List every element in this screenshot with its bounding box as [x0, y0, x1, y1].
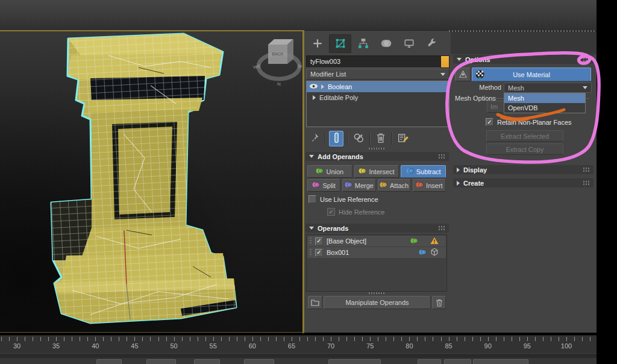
timeline-tick [354, 337, 355, 341]
timeline-tick [527, 337, 528, 341]
button-label: Manipulate Operands [345, 299, 409, 306]
viewport[interactable]: BACK W E N [0, 31, 304, 333]
split-operation-button[interactable]: Split [307, 179, 340, 192]
grip-icon [583, 167, 590, 172]
operand-op-icon[interactable] [410, 237, 418, 245]
remove-modifier-button[interactable] [374, 131, 388, 146]
timeline-frame-label: 60 [249, 342, 256, 350]
hide-reference-checkbox[interactable]: Hide Reference [327, 208, 384, 216]
plus-icon [312, 38, 323, 50]
drag-grip-icon[interactable] [310, 237, 312, 245]
make-unique-button[interactable] [351, 131, 366, 146]
timeline-ruler[interactable]: 3035404550556065707580859095100 [0, 335, 597, 354]
manipulate-operands-button[interactable]: Manipulate Operands [324, 296, 431, 309]
partial-button[interactable] [194, 359, 220, 364]
operand-op-icon[interactable] [419, 249, 427, 257]
rollout-drag-grip[interactable] [369, 292, 384, 294]
tab-modify[interactable] [329, 34, 351, 53]
partial-button[interactable] [418, 359, 441, 364]
tab-motion[interactable] [375, 34, 397, 53]
partial-button[interactable] [244, 359, 274, 364]
attach-operation-button[interactable]: Attach [378, 179, 411, 192]
load-operand-button[interactable] [308, 296, 322, 309]
tab-hierarchy[interactable] [352, 34, 374, 53]
material-mode-button[interactable] [455, 67, 471, 81]
timeline-tick [378, 337, 378, 341]
extract-copy-button[interactable]: Extract Copy [486, 143, 563, 155]
subtract-operation-button[interactable]: Subtract [401, 165, 446, 178]
rollout-title: Create [463, 180, 484, 187]
partial-button[interactable] [473, 359, 528, 364]
expand-arrow-icon[interactable] [313, 95, 316, 100]
method-dropdown[interactable]: Mesh [504, 83, 592, 93]
rollout-header-add-operands[interactable]: Add Operands [305, 152, 449, 161]
insert-operation-button[interactable]: Insert [413, 179, 446, 192]
union-operation-button[interactable]: Union [307, 165, 352, 178]
merge-op-icon [345, 181, 352, 189]
chevron-down-icon [440, 73, 445, 76]
timeline-tick [25, 337, 25, 341]
retain-non-planar-checkbox[interactable]: Retain Non-Planar Faces [486, 118, 572, 126]
rollout-header-create[interactable]: Create [453, 178, 594, 187]
object-color-swatch[interactable] [440, 55, 449, 68]
rollout-header-operands[interactable]: Operands [305, 224, 449, 233]
partial-button[interactable] [444, 359, 471, 364]
delete-operand-button[interactable] [432, 296, 446, 309]
timeline-tick [307, 337, 308, 341]
modifier-list-dropdown[interactable]: Modifier List [306, 69, 449, 80]
panel-right-column-top [451, 32, 597, 54]
timeline-frame-label: 40 [92, 342, 99, 350]
operand-row[interactable]: [Base Object] [307, 236, 446, 246]
screen-right-black-strip [597, 0, 617, 364]
dropdown-option-openvdb[interactable]: OpenVDB [504, 103, 585, 113]
rollout-expanded-icon [457, 58, 462, 61]
expand-arrow-icon[interactable] [321, 84, 324, 89]
rollout-expanded-icon [309, 227, 314, 230]
button-label: Split [322, 182, 335, 189]
utilities-icon [427, 38, 437, 50]
use-material-button[interactable]: Use Material [472, 67, 591, 81]
partial-button[interactable] [328, 359, 381, 364]
rollout-header-display[interactable]: Display [453, 165, 594, 174]
button-label: Im [490, 103, 498, 110]
drag-grip-icon[interactable] [310, 249, 312, 256]
pin-stack-button[interactable] [307, 131, 321, 146]
show-end-result-button[interactable] [329, 131, 343, 146]
insert-op-icon [416, 181, 424, 189]
merge-operation-button[interactable]: Merge [342, 179, 375, 192]
modifier-stack-item[interactable]: Boolean [307, 81, 449, 92]
tab-display[interactable] [398, 34, 420, 53]
operand-row[interactable]: Box001 [307, 247, 446, 258]
rollout-drag-grip[interactable] [369, 148, 384, 149]
use-live-reference-checkbox[interactable]: Use Live Reference [308, 195, 378, 203]
separator [369, 133, 370, 145]
timeline-frame-label: 55 [210, 342, 217, 350]
remove-modifier-icon [376, 133, 386, 145]
tab-create[interactable] [306, 34, 328, 53]
extract-selected-button[interactable]: Extract Selected [486, 130, 563, 142]
rollout-header-options[interactable]: Options [453, 55, 594, 64]
viewcube[interactable]: BACK W E N [252, 35, 306, 89]
timeline-tick [48, 337, 49, 341]
button-label: Attach [390, 182, 409, 189]
checkbox-icon [327, 208, 335, 216]
intersect-operation-button[interactable]: Intersect [354, 165, 399, 178]
timeline-frame-label: 65 [288, 342, 295, 350]
operand-checkbox[interactable] [315, 237, 323, 245]
timeline-tick [401, 337, 402, 341]
split-op-icon [312, 181, 320, 189]
timeline-frame-label: 85 [445, 342, 452, 350]
tab-utilities[interactable] [421, 34, 443, 53]
modifier-stack-item[interactable]: Editable Poly [307, 92, 449, 103]
timeline-tick [472, 337, 473, 341]
partial-button[interactable] [96, 359, 122, 364]
timeline-tick [551, 337, 551, 341]
modify-icon [335, 38, 346, 50]
operand-checkbox[interactable] [315, 249, 323, 257]
eye-icon[interactable] [309, 83, 318, 91]
object-name-field[interactable]: tyFlow003 [306, 55, 441, 67]
configure-modifier-sets-button[interactable] [396, 131, 410, 146]
partial-button[interactable] [146, 359, 176, 364]
dropdown-option-mesh[interactable]: Mesh [504, 93, 585, 103]
grip-icon [438, 225, 445, 231]
